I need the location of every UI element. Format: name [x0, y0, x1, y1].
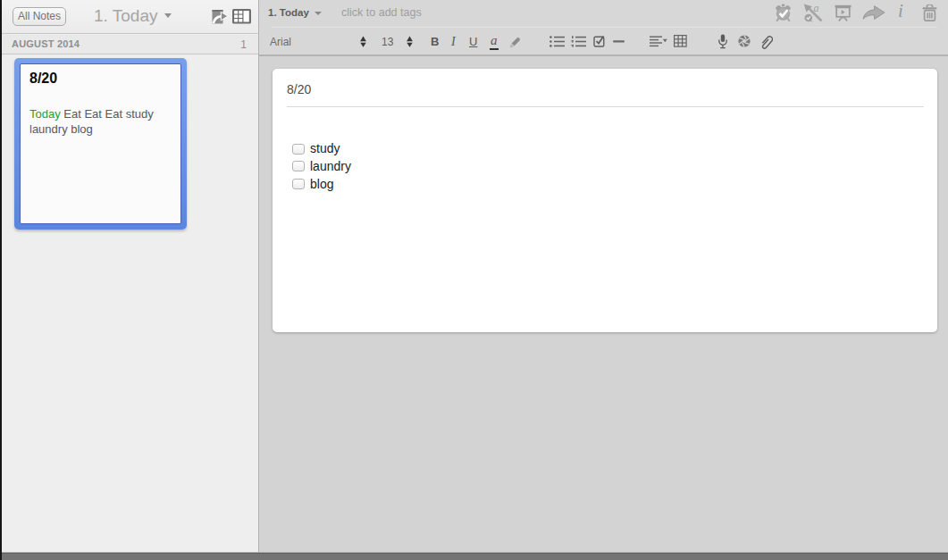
- svg-text:a: a: [814, 4, 819, 14]
